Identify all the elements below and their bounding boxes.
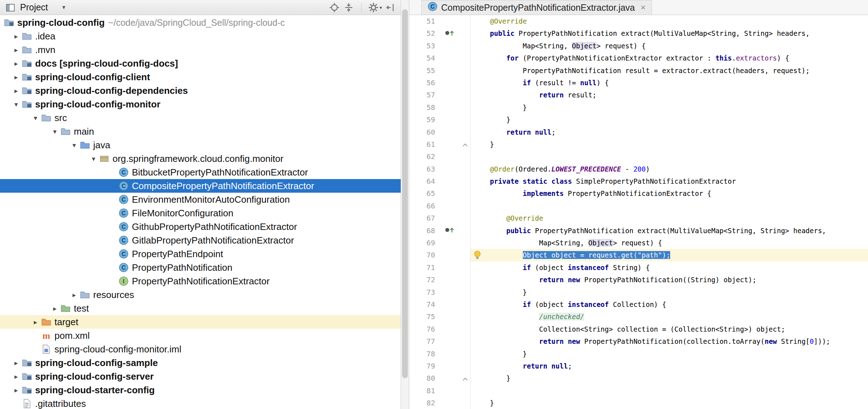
code-line[interactable]: 78 } xyxy=(409,348,868,360)
chevron-down-icon[interactable]: ▾ xyxy=(49,127,60,136)
chevron-right-icon[interactable]: ▸ xyxy=(11,32,22,40)
chevron-right-icon[interactable]: ▸ xyxy=(11,46,22,54)
editor-code[interactable]: 51@Override52public PropertyPathNotifica… xyxy=(409,15,868,409)
tree-item[interactable]: ▸.idea xyxy=(0,29,401,43)
tree-item-label: spring-cloud-starter-config xyxy=(35,385,155,396)
code-line[interactable]: 51@Override xyxy=(409,15,868,27)
override-method-icon[interactable] xyxy=(444,226,456,236)
tree-item[interactable]: mpom.xml xyxy=(0,329,401,342)
code-line[interactable]: 60 return null; xyxy=(409,126,868,138)
code-line[interactable]: 70 Object object = request.get("path"); xyxy=(409,249,868,261)
code-token: for xyxy=(506,54,519,62)
code-line[interactable]: 82} xyxy=(409,397,868,409)
tab-close-icon[interactable]: × xyxy=(641,3,646,13)
code-line[interactable]: 73 } xyxy=(409,286,868,298)
tree-item[interactable]: ▸spring-cloud-config-sample xyxy=(0,356,401,370)
project-tree-scrollbar[interactable] xyxy=(401,0,409,409)
code-line[interactable]: 69 Map<String, Object> request) { xyxy=(409,237,868,249)
editor-tab[interactable]: C CompositePropertyPathNotificationExtra… xyxy=(421,0,652,15)
chevron-right-icon[interactable]: ▸ xyxy=(11,359,22,367)
chevron-right-icon[interactable]: ▸ xyxy=(69,291,80,299)
tree-item[interactable]: CGithubPropertyPathNotificationExtractor xyxy=(0,220,401,234)
tree-item-label: BitbucketPropertyPathNotificationExtract… xyxy=(132,167,308,178)
chevron-down-icon[interactable]: ▾ xyxy=(69,141,80,149)
tree-item[interactable]: spring-cloud-config~/code/java/SpringClo… xyxy=(0,16,401,29)
chevron-right-icon[interactable]: ▸ xyxy=(11,87,22,95)
code-line[interactable]: 63@Order(Ordered.LOWEST_PRECEDENCE - 200… xyxy=(409,163,868,175)
code-line[interactable]: 75 /unchecked/ xyxy=(409,311,868,323)
scrollbar-thumb[interactable] xyxy=(402,9,408,378)
code-line[interactable]: 52public PropertyPathNotification extrac… xyxy=(409,27,868,39)
code-line[interactable]: 61} xyxy=(409,138,868,150)
settings-gear-icon[interactable]: ▾ xyxy=(368,1,382,14)
code-line[interactable]: 79 return null; xyxy=(409,360,868,372)
code-line[interactable]: 58 } xyxy=(409,101,868,114)
tree-item[interactable]: spring-cloud-config-monitor.iml xyxy=(0,342,401,356)
tree-item[interactable]: ▾java xyxy=(0,138,401,152)
intention-bulb-icon[interactable] xyxy=(473,250,481,261)
code-line[interactable]: 76 Collection<String> collection = (Coll… xyxy=(409,323,868,335)
tree-item[interactable]: ▸spring-cloud-config-dependencies xyxy=(0,84,401,97)
tree-item[interactable]: ▸spring-cloud-config-client xyxy=(0,70,401,84)
tree-item[interactable]: ▸.mvn xyxy=(0,43,401,57)
code-line[interactable]: 55 PropertyPathNotification result = ext… xyxy=(409,64,868,77)
chevron-down-icon[interactable]: ▾ xyxy=(11,100,22,109)
hide-panel-icon[interactable] xyxy=(384,1,396,14)
override-method-icon[interactable] xyxy=(444,29,456,39)
code-line[interactable]: 56 if (result != null) { xyxy=(409,77,868,89)
tree-item[interactable]: ▾src xyxy=(0,111,401,125)
fold-marker-icon[interactable] xyxy=(462,375,468,382)
tree-item[interactable]: ▸docs [spring-cloud-config-docs] xyxy=(0,57,401,70)
code-line[interactable]: 64private static class SimplePropertyPat… xyxy=(409,175,868,187)
code-line[interactable]: 72 return new PropertyPathNotification((… xyxy=(409,274,868,286)
tree-item[interactable]: ▾main xyxy=(0,125,401,138)
chevron-down-icon[interactable]: ▾ xyxy=(30,114,41,122)
code-line[interactable]: 80 } xyxy=(409,372,868,384)
collapse-all-icon[interactable] xyxy=(343,1,355,14)
code-line[interactable]: 66 xyxy=(409,200,868,212)
tree-item-label: spring-cloud-config-server xyxy=(35,371,154,382)
tree-item[interactable]: CPropertyPathEndpoint xyxy=(0,247,401,261)
code-line[interactable]: 54 for (PropertyPathNotificationExtracto… xyxy=(409,52,868,64)
code-line[interactable]: 57 return result; xyxy=(409,89,868,101)
tree-item[interactable]: CCompositePropertyPathNotificationExtrac… xyxy=(0,179,401,193)
panel-title[interactable]: Project xyxy=(20,2,48,13)
code-line[interactable]: 53 Map<String, Object> request) { xyxy=(409,40,868,52)
code-line[interactable]: 81 xyxy=(409,385,868,397)
tree-item[interactable]: .gitattributes xyxy=(0,397,401,409)
code-line[interactable]: 68 public PropertyPathNotification extra… xyxy=(409,225,868,237)
code-line[interactable]: 62 xyxy=(409,150,868,163)
code-line[interactable]: 74 if (object instanceof Collection) { xyxy=(409,298,868,311)
chevron-right-icon[interactable]: ▸ xyxy=(11,73,22,81)
tree-item[interactable]: CBitbucketPropertyPathNotificationExtrac… xyxy=(0,165,401,179)
code-line[interactable]: 67 @Override xyxy=(409,212,868,224)
line-number: 81 xyxy=(409,385,440,397)
tree-item[interactable]: ▾spring-cloud-config-monitor xyxy=(0,97,401,111)
chevron-right-icon[interactable]: ▸ xyxy=(11,59,22,68)
tree-item[interactable]: ▸resources xyxy=(0,288,401,302)
tree-item[interactable]: CGitlabPropertyPathNotificationExtractor xyxy=(0,234,401,247)
code-line[interactable]: 77 return new PropertyPathNotification(c… xyxy=(409,335,868,347)
fold-marker-icon[interactable] xyxy=(462,140,468,148)
tree-item[interactable]: ▸test xyxy=(0,302,401,315)
tree-item[interactable]: ▸target xyxy=(0,315,401,329)
tree-item[interactable]: IPropertyPathNotificationExtractor xyxy=(0,274,401,288)
chevron-down-icon[interactable]: ▾ xyxy=(62,4,66,11)
chevron-right-icon[interactable]: ▸ xyxy=(49,304,60,313)
chevron-right-icon[interactable]: ▸ xyxy=(11,372,22,381)
chevron-down-icon[interactable]: ▾ xyxy=(88,155,99,163)
gutter xyxy=(440,126,460,138)
chevron-right-icon[interactable]: ▸ xyxy=(30,318,41,326)
code-line[interactable]: 59 } xyxy=(409,114,868,126)
tree-item[interactable]: CPropertyPathNotification xyxy=(0,261,401,274)
tree-item[interactable]: CFileMonitorConfiguration xyxy=(0,206,401,220)
chevron-right-icon[interactable]: ▸ xyxy=(11,386,22,394)
tree-item[interactable]: CEnvironmentMonitorAutoConfiguration xyxy=(0,193,401,206)
code-line[interactable]: 65 implements PropertyPathNotificationEx… xyxy=(409,187,868,199)
fold-column xyxy=(460,163,470,175)
tree-item[interactable]: ▸spring-cloud-starter-config xyxy=(0,383,401,397)
code-line[interactable]: 71 if (object instanceof String) { xyxy=(409,261,868,274)
locate-file-icon[interactable] xyxy=(328,1,340,14)
tree-item[interactable]: ▾org.springframework.cloud.config.monito… xyxy=(0,152,401,165)
tree-item[interactable]: ▸spring-cloud-config-server xyxy=(0,370,401,383)
